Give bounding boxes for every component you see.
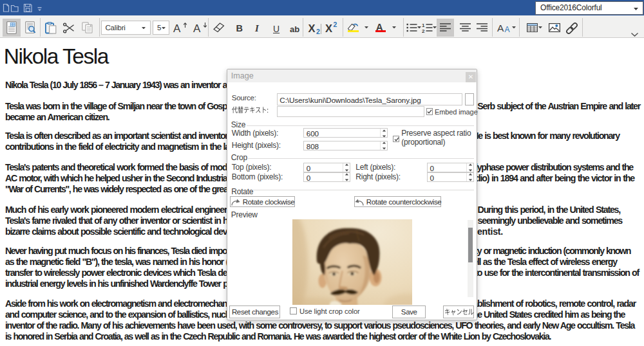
- svg-text:2: 2: [422, 28, 425, 33]
- svg-text:1: 1: [422, 23, 425, 28]
